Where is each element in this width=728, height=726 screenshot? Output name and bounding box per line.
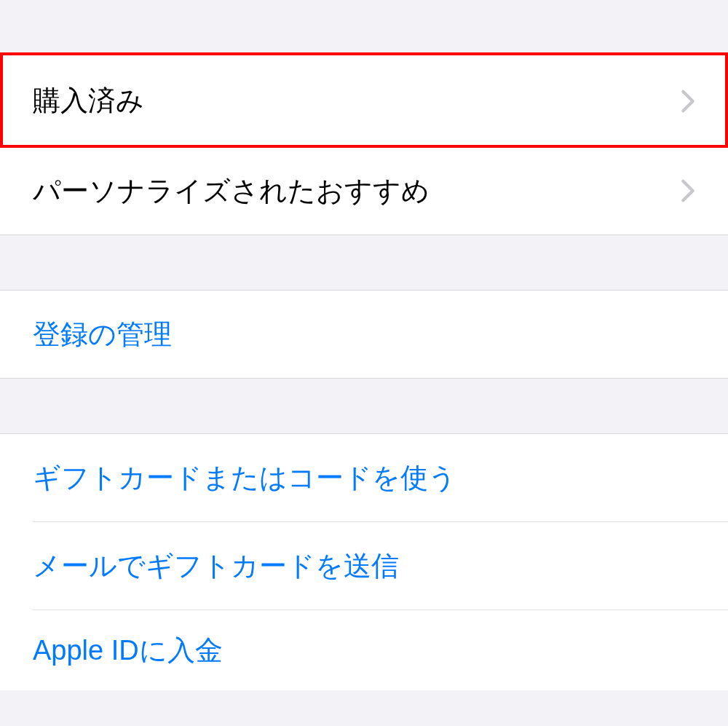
chevron-right-icon <box>681 178 695 203</box>
spacer <box>0 235 728 290</box>
row-add-funds-label: Apple IDに入金 <box>33 632 223 669</box>
row-purchased-label: 購入済み <box>33 82 144 119</box>
section-purchases: 購入済み パーソナライズされたおすすめ <box>0 55 728 235</box>
row-personalized-label: パーソナライズされたおすすめ <box>33 173 430 210</box>
row-manage-subscriptions[interactable]: 登録の管理 <box>0 291 728 378</box>
row-manage-label: 登録の管理 <box>33 316 172 353</box>
section-gift-funds: ギフトカードまたはコードを使う メールでギフトカードを送信 Apple IDに入… <box>0 433 728 690</box>
chevron-right-icon <box>681 89 695 114</box>
row-redeem-label: ギフトカードまたはコードを使う <box>33 459 456 497</box>
row-send-label: メールでギフトカードを送信 <box>33 548 399 585</box>
row-purchased[interactable]: 購入済み <box>0 55 728 146</box>
row-personalized-recommendations[interactable]: パーソナライズされたおすすめ <box>0 147 728 234</box>
section-manage: 登録の管理 <box>0 290 728 379</box>
row-redeem-gift-card[interactable]: ギフトカードまたはコードを使う <box>0 434 728 521</box>
row-add-funds[interactable]: Apple IDに入金 <box>0 610 728 690</box>
row-send-gift-card[interactable]: メールでギフトカードを送信 <box>0 522 728 609</box>
spacer <box>0 379 728 433</box>
spacer <box>0 0 728 55</box>
